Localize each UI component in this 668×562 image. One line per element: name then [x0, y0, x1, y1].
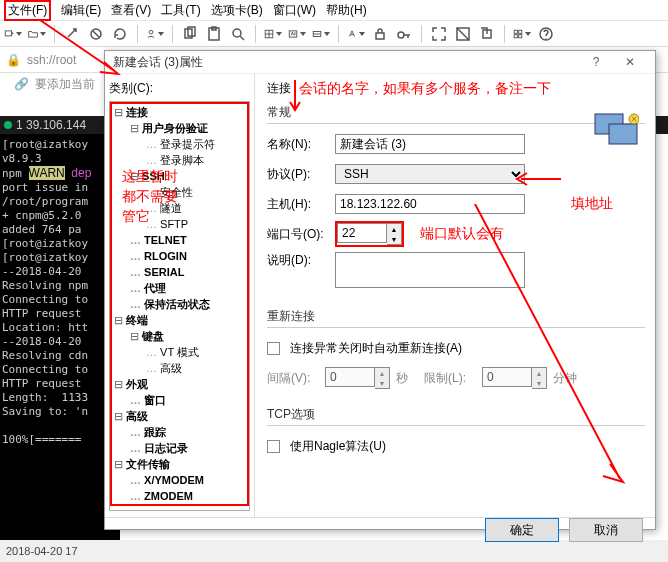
colors-icon[interactable]: [312, 25, 330, 43]
limit-input: [482, 367, 532, 387]
port-down-icon[interactable]: ▼: [387, 234, 401, 244]
form-panel: 连接 会话的名字，如果有多个服务，备注一下 常规 名称(N): 协议(P): S…: [255, 74, 655, 517]
cancel-button[interactable]: 取消: [569, 518, 643, 542]
dialog-titlebar: 新建会话 (3)属性 ? ✕: [105, 51, 655, 74]
svg-rect-11: [376, 33, 384, 39]
connect-icon[interactable]: [63, 25, 81, 43]
ok-button[interactable]: 确定: [485, 518, 559, 542]
group-connection-label: 连接: [267, 80, 291, 97]
toolbar-separator: [137, 25, 138, 43]
interval-up-icon: ▲: [375, 368, 389, 378]
menu-help[interactable]: 帮助(H): [326, 2, 367, 19]
help-icon[interactable]: [537, 25, 555, 43]
toolbar-separator: [504, 25, 505, 43]
description-input[interactable]: [335, 252, 525, 288]
dialog-help-icon[interactable]: ?: [579, 51, 613, 73]
layout-icon[interactable]: [264, 25, 282, 43]
lock-icon[interactable]: [371, 25, 389, 43]
seconds-label: 秒: [396, 370, 408, 387]
svg-rect-21: [609, 124, 637, 144]
svg-rect-16: [519, 30, 522, 33]
disconnect-icon[interactable]: [87, 25, 105, 43]
find-icon[interactable]: [229, 25, 247, 43]
group-general: 常规: [267, 104, 645, 124]
transparent-icon[interactable]: [454, 25, 472, 43]
menu-edit[interactable]: 编辑(E): [61, 2, 101, 19]
ontop-icon[interactable]: [478, 25, 496, 43]
group-tcp: TCP选项: [267, 406, 645, 426]
annotation-tree-3: 管它: [122, 208, 150, 226]
category-tree-panel: 类别(C): 连接 用户身份验证 登录提示符 登录脚本 SSH 安全性 隧道 S…: [105, 74, 255, 517]
menubar: 文件(F) 编辑(E) 查看(V) 工具(T) 选项卡(B) 窗口(W) 帮助(…: [0, 0, 668, 21]
host-label: 主机(H):: [267, 196, 329, 213]
annotation-tree-box: [110, 102, 249, 506]
link-icon: 🔗: [14, 77, 29, 91]
auto-reconnect-label: 连接异常关闭时自动重新连接(A): [290, 340, 462, 357]
dialog-title: 新建会话 (3)属性: [113, 54, 203, 71]
port-input[interactable]: [337, 223, 387, 243]
annotation-host: 填地址: [571, 195, 613, 213]
font-icon[interactable]: [347, 25, 365, 43]
tools-icon[interactable]: [513, 25, 531, 43]
paste-icon[interactable]: [205, 25, 223, 43]
menu-view[interactable]: 查看(V): [111, 2, 151, 19]
encoding-icon[interactable]: [288, 25, 306, 43]
copy-icon[interactable]: [181, 25, 199, 43]
nagle-checkbox[interactable]: [267, 440, 280, 453]
category-tree[interactable]: 连接 用户身份验证 登录提示符 登录脚本 SSH 安全性 隧道 SFTP TEL…: [109, 101, 250, 511]
auto-reconnect-checkbox[interactable]: [267, 342, 280, 355]
new-session-icon[interactable]: [4, 25, 22, 43]
menu-window[interactable]: 窗口(W): [273, 2, 316, 19]
open-icon[interactable]: [28, 25, 46, 43]
host-input[interactable]: [335, 194, 525, 214]
menu-tabs[interactable]: 选项卡(B): [211, 2, 263, 19]
annotation-tree-1: 这里暂时: [122, 168, 178, 186]
protocol-select[interactable]: SSH: [335, 164, 525, 184]
port-up-icon[interactable]: ▲: [387, 224, 401, 234]
svg-rect-15: [514, 30, 517, 33]
dialog-button-row: 确定 取消: [105, 517, 655, 542]
dialog-close-icon[interactable]: ✕: [613, 51, 647, 73]
annotation-port: 端口默认会有: [420, 225, 504, 243]
session-icon: [593, 112, 639, 146]
toolbar-separator: [172, 25, 173, 43]
annotation-tree-2: 都不需要: [122, 188, 178, 206]
fullscreen-icon[interactable]: [430, 25, 448, 43]
svg-rect-17: [514, 34, 517, 37]
toolbar-separator: [421, 25, 422, 43]
lock-small-icon: 🔒: [6, 53, 21, 67]
limit-down-icon: ▼: [532, 378, 546, 388]
group-reconnect: 重新连接: [267, 308, 645, 328]
svg-point-7: [233, 29, 241, 37]
nagle-label: 使用Nagle算法(U): [290, 438, 386, 455]
toolbar-separator: [255, 25, 256, 43]
session-properties-dialog: 新建会话 (3)属性 ? ✕ 类别(C): 连接 用户身份验证 登录提示符 登录…: [104, 50, 656, 530]
toolbar-separator: [338, 25, 339, 43]
annotation-session-name: 会话的名字，如果有多个服务，备注一下: [299, 80, 551, 98]
toolbar: [0, 21, 668, 47]
svg-point-2: [149, 30, 153, 34]
minutes-label: 分钟: [553, 370, 577, 387]
toolbar-separator: [54, 25, 55, 43]
name-label: 名称(N):: [267, 136, 329, 153]
limit-up-icon: ▲: [532, 368, 546, 378]
status-dot-icon: [4, 121, 12, 129]
profile-icon[interactable]: [146, 25, 164, 43]
category-label: 类别(C):: [109, 80, 250, 97]
port-label: 端口号(O):: [267, 226, 329, 243]
name-input[interactable]: [335, 134, 525, 154]
menu-file[interactable]: 文件(F): [4, 0, 51, 21]
description-label: 说明(D):: [267, 252, 329, 269]
footer-status: 2018-04-20 17: [0, 540, 668, 562]
reconnect-icon[interactable]: [111, 25, 129, 43]
interval-input: [325, 367, 375, 387]
terminal-output[interactable]: [root@izatkoy v8.9.3 npm WARN dep port i…: [0, 134, 120, 540]
protocol-label: 协议(P):: [267, 166, 329, 183]
add-current-link[interactable]: 要添加当前: [35, 76, 95, 93]
key-icon[interactable]: [395, 25, 413, 43]
interval-down-icon: ▼: [375, 378, 389, 388]
svg-rect-18: [519, 34, 522, 37]
menu-tools[interactable]: 工具(T): [161, 2, 200, 19]
status-ip: 1 39.106.144: [16, 118, 86, 132]
tab-ssh[interactable]: ssh://root: [27, 53, 76, 67]
